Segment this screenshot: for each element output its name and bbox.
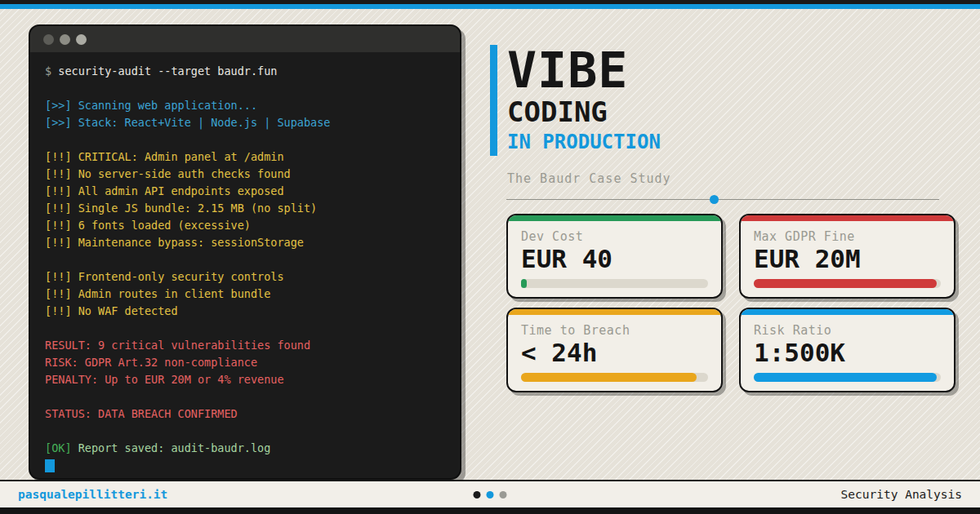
terminal-line — [45, 423, 445, 440]
stat-progress-fill — [754, 279, 937, 288]
terminal-line: [!!] 6 fonts loaded (excessive) — [45, 217, 445, 234]
stat-progress-track — [521, 279, 708, 288]
terminal-text-segment: Report saved: audit-baudr.log — [72, 441, 271, 454]
stat-value: 1:500K — [754, 339, 941, 366]
stat-progress-track — [754, 279, 941, 288]
terminal-line: RESULT: 9 critical vulnerabilities found — [45, 337, 445, 354]
terminal-line: [!!] Frontend-only security controls — [45, 268, 445, 286]
stat-label: Risk Ratio — [754, 323, 941, 338]
terminal-text-segment: RESULT: 9 critical vulnerabilities found — [45, 339, 310, 352]
terminal-text-segment: [!!] Maintenance bypass: sessionStorage — [45, 236, 304, 249]
card-accent-strip — [508, 215, 721, 221]
hero-accent-bar — [490, 45, 497, 156]
hero-title-line3: IN PRODUCTION — [507, 128, 661, 156]
stat-value: EUR 20M — [754, 245, 941, 273]
terminal-text-segment: [!!] Single JS bundle: 2.15 MB (no split… — [45, 202, 317, 215]
terminal-line — [45, 320, 445, 337]
terminal-text-segment: PENALTY: Up to EUR 20M or 4% revenue — [45, 373, 284, 386]
hero-title-line1: VIBE — [507, 45, 661, 95]
top-accent-strip — [0, 4, 980, 9]
terminal-line: [!!] No server-side auth checks found — [45, 166, 445, 183]
terminal-line: STATUS: DATA BREACH CONFIRMED — [45, 405, 445, 423]
window-control-icon[interactable] — [43, 34, 54, 45]
terminal-window: $ security-audit --target baudr.fun[>>] … — [29, 24, 461, 480]
terminal-output: $ security-audit --target baudr.fun[>>] … — [30, 52, 460, 480]
terminal-text-segment: [>>] Scanning web application... — [45, 99, 257, 112]
stat-progress-fill — [521, 279, 527, 288]
stat-cards: Dev Cost EUR 40 Max GDPR Fine EUR 20M Ti… — [506, 214, 956, 392]
terminal-titlebar — [30, 26, 460, 52]
terminal-text-segment: STATUS: DATA BREACH CONFIRMED — [45, 407, 238, 420]
terminal-text-segment: security-audit --target baudr.fun — [58, 64, 277, 78]
card-accent-strip — [741, 215, 954, 221]
terminal-line: [!!] Single JS bundle: 2.15 MB (no split… — [45, 200, 445, 217]
terminal-text-segment: [!!] CRITICAL: Admin panel at /admin — [45, 150, 284, 163]
terminal-text-segment: $ — [45, 64, 58, 78]
terminal-line: [!!] CRITICAL: Admin panel at /admin — [45, 148, 445, 166]
window-control-icon[interactable] — [60, 34, 70, 45]
terminal-line: [>>] Scanning web application... — [45, 97, 445, 114]
stat-progress-track — [521, 373, 708, 382]
stat-progress-track — [754, 373, 941, 382]
stat-label: Max GDPR Fine — [754, 229, 941, 244]
terminal-line: RISK: GDPR Art.32 non-compliance — [45, 354, 445, 371]
terminal-text-segment: [OK] — [45, 441, 72, 454]
terminal-cursor — [45, 459, 55, 472]
terminal-text-segment: RISK: GDPR Art.32 non-compliance — [45, 356, 257, 369]
terminal-text-segment: [!!] No server-side auth checks found — [45, 167, 291, 180]
hero-title: VIBE CODING IN PRODUCTION — [507, 45, 661, 156]
card-accent-strip — [508, 309, 721, 315]
terminal-line — [45, 80, 445, 97]
terminal-text-segment: [!!] 6 fonts loaded (excessive) — [45, 219, 251, 232]
terminal-line: PENALTY: Up to EUR 20M or 4% revenue — [45, 371, 445, 388]
stat-label: Dev Cost — [521, 229, 708, 244]
stat-progress-fill — [521, 373, 697, 382]
footer-bar: pasqualepillitteri.it Security Analysis — [0, 480, 980, 507]
footer-tagline: Security Analysis — [841, 488, 962, 501]
terminal-text-segment: [!!] Frontend-only security controls — [45, 270, 284, 283]
stat-value: < 24h — [521, 339, 708, 366]
hero-title-block: VIBE CODING IN PRODUCTION — [490, 45, 661, 156]
stat-card-time-to-breach: Time to Breach < 24h — [506, 308, 723, 392]
terminal-line: [!!] Maintenance bypass: sessionStorage — [45, 234, 445, 251]
terminal-text-segment: [>>] Stack: React+Vite | Node.js | Supab… — [45, 116, 331, 129]
hero-title-line2: CODING — [507, 95, 661, 128]
terminal-line: [!!] No WAF detected — [45, 303, 445, 320]
footer-dot-icon — [474, 491, 481, 498]
window-control-icon[interactable] — [76, 34, 87, 45]
terminal-line: [OK] Report saved: audit-baudr.log — [45, 440, 445, 457]
footer-dots — [474, 491, 507, 498]
footer-dot-icon — [487, 491, 494, 498]
divider-dot — [710, 195, 719, 204]
footer-site-link[interactable]: pasqualepillitteri.it — [18, 488, 167, 501]
terminal-line: [!!] All admin API endpoints exposed — [45, 183, 445, 200]
stat-value: EUR 40 — [521, 245, 708, 273]
terminal-line: [>>] Stack: React+Vite | Node.js | Supab… — [45, 114, 445, 131]
footer-dot-icon — [500, 491, 507, 498]
terminal-text-segment: [!!] No WAF detected — [45, 304, 178, 317]
stat-card-risk-ratio: Risk Ratio 1:500K — [739, 308, 956, 392]
terminal-text-segment: [!!] All admin API endpoints exposed — [45, 184, 284, 197]
bottom-dark-strip — [0, 507, 980, 514]
terminal-line: [!!] Admin routes in client bundle — [45, 286, 445, 303]
terminal-line — [45, 457, 445, 477]
terminal-line — [45, 251, 445, 268]
card-accent-strip — [741, 309, 954, 315]
terminal-line — [45, 131, 445, 148]
stat-progress-fill — [754, 373, 937, 382]
terminal-text-segment: [!!] Admin routes in client bundle — [45, 287, 270, 300]
stat-card-dev-cost: Dev Cost EUR 40 — [506, 214, 723, 299]
section-divider — [506, 199, 939, 200]
stat-card-gdpr-fine: Max GDPR Fine EUR 20M — [739, 214, 956, 299]
stat-label: Time to Breach — [521, 323, 708, 338]
terminal-line: $ security-audit --target baudr.fun — [45, 63, 445, 80]
terminal-line — [45, 388, 445, 405]
hero-subtitle: The Baudr Case Study — [507, 171, 671, 186]
